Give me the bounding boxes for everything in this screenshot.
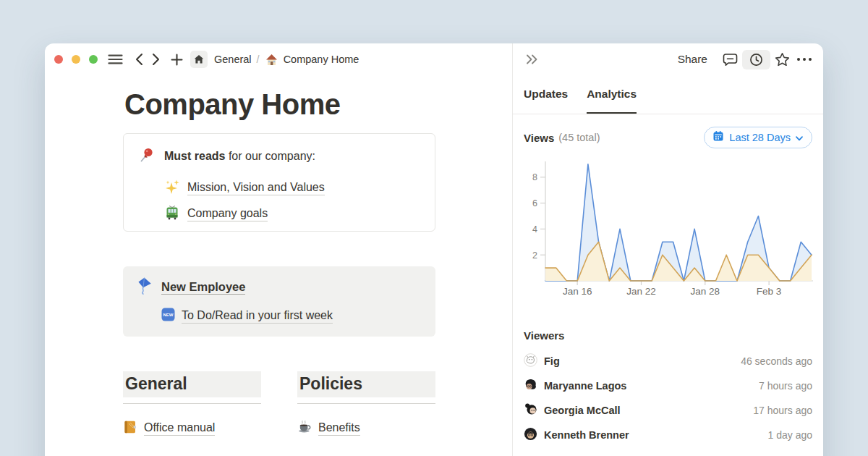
viewer-row: Fig 46 seconds ago [524, 349, 812, 373]
svg-text:2: 2 [532, 250, 537, 261]
forward-button[interactable] [152, 53, 161, 66]
viewer-row: Maryanne Lagos 7 hours ago [524, 373, 812, 398]
page-title: Company Home [124, 88, 341, 121]
favorite-star-icon[interactable] [775, 52, 790, 67]
viewer-time: 46 seconds ago [741, 355, 812, 367]
avatar-maryanne [524, 378, 537, 394]
callout-lead-bold: Must reads [164, 150, 225, 162]
svg-text:Feb 3: Feb 3 [757, 286, 782, 297]
page-link-new-employee[interactable]: New Employee [161, 280, 245, 295]
calendar-icon [712, 130, 724, 144]
home-icon[interactable] [190, 51, 208, 68]
viewer-name[interactable]: Maryanne Lagos [544, 380, 626, 392]
breadcrumb-separator: / [257, 54, 260, 65]
pushpin-icon [138, 146, 156, 166]
comments-icon[interactable] [723, 53, 738, 67]
svg-text:8: 8 [532, 172, 537, 182]
views-header-row: Views (45 total) Last 28 Days [524, 127, 812, 148]
avatar-fig [524, 353, 537, 370]
section-heading-general: General [123, 371, 261, 397]
sidebar-menu-icon[interactable] [108, 53, 123, 66]
panel-tabs: Updates Analytics [513, 75, 823, 114]
sparkles-icon [164, 179, 180, 198]
back-button[interactable] [135, 53, 143, 66]
page-link-benefits[interactable]: Benefits [318, 421, 360, 436]
kite-icon [135, 276, 153, 298]
viewer-name[interactable]: Georgia McCall [544, 405, 621, 416]
divider [123, 403, 261, 404]
analytics-panel: Share Upd [512, 43, 823, 456]
viewer-row: Georgia McCall 17 hours ago [524, 398, 812, 423]
page-link-office-manual[interactable]: Office manual [144, 421, 215, 436]
svg-text:Jan 22: Jan 22 [626, 286, 656, 297]
viewer-time: 7 hours ago [759, 380, 812, 392]
section-heading-policies: Policies [297, 371, 435, 397]
callout-lead-text: Must reads for our company: [164, 150, 315, 163]
viewer-row: Kenneth Brenner 1 day ago [524, 423, 812, 447]
must-reads-callout: Must reads for our company: Mission, Vis… [123, 133, 435, 232]
new-employee-block: New Employee NEW To Do/Read in your firs… [123, 266, 435, 337]
column-general: General Office manual [123, 371, 261, 437]
views-total: (45 total) [558, 132, 600, 143]
more-options-icon[interactable] [796, 57, 812, 62]
collapse-panel-icon[interactable] [525, 54, 539, 65]
new-badge-icon: NEW [161, 308, 175, 324]
zoom-window-button[interactable] [89, 55, 98, 64]
svg-text:6: 6 [532, 198, 537, 208]
viewer-name[interactable]: Fig [544, 355, 560, 367]
breadcrumb-teamspace[interactable]: General [214, 54, 252, 65]
svg-text:4: 4 [532, 224, 537, 235]
views-label: Views [524, 132, 554, 144]
page-link-mission[interactable]: Mission, Vision and Values [187, 181, 325, 195]
breadcrumb-page[interactable]: Company Home [284, 54, 359, 65]
minimize-window-button[interactable] [72, 55, 80, 64]
house-emoji-icon [265, 53, 278, 67]
column-policies: Policies Benefits [297, 371, 435, 437]
tram-icon [164, 205, 180, 224]
date-range-button[interactable]: Last 28 Days [704, 127, 812, 148]
list-item: Mission, Vision and Values [164, 175, 420, 201]
updates-history-icon[interactable] [742, 50, 770, 69]
viewer-time: 17 hours ago [753, 405, 812, 416]
notebook-icon [123, 420, 137, 437]
tab-analytics[interactable]: Analytics [587, 75, 637, 114]
close-window-button[interactable] [54, 55, 63, 64]
date-range-label: Last 28 Days [729, 132, 791, 143]
share-button[interactable]: Share [678, 53, 707, 66]
divider [297, 403, 435, 404]
app-window: General / Company Home Company Home [45, 43, 823, 456]
chevron-down-icon [796, 132, 803, 143]
panel-header: Share [513, 43, 823, 75]
views-chart: 2468Jan 16Jan 22Jan 28Feb 3 [513, 153, 823, 302]
new-badge-text: NEW [163, 313, 174, 317]
list-item: Benefits [297, 420, 435, 437]
viewer-name[interactable]: Kenneth Brenner [544, 429, 629, 441]
window-topbar: General / Company Home [45, 43, 359, 75]
new-page-button[interactable] [171, 54, 183, 66]
avatar-kenneth [524, 427, 537, 444]
page-link-company-goals[interactable]: Company goals [187, 207, 268, 221]
callout-lead-rest: for our company: [225, 150, 315, 162]
svg-text:Jan 28: Jan 28 [691, 286, 720, 297]
coffee-icon [297, 420, 312, 437]
main-area: General / Company Home Company Home [45, 43, 512, 456]
svg-text:Jan 16: Jan 16 [563, 286, 592, 297]
list-item: Company goals [164, 201, 420, 227]
viewer-time: 1 day ago [768, 429, 813, 441]
tab-updates[interactable]: Updates [524, 75, 568, 114]
breadcrumb: General / Company Home [214, 53, 359, 67]
page-link-first-week[interactable]: To Do/Read in your first week [182, 309, 333, 324]
avatar-georgia [524, 402, 537, 419]
viewers-heading: Viewers [524, 329, 812, 342]
list-item: Office manual [123, 420, 261, 437]
